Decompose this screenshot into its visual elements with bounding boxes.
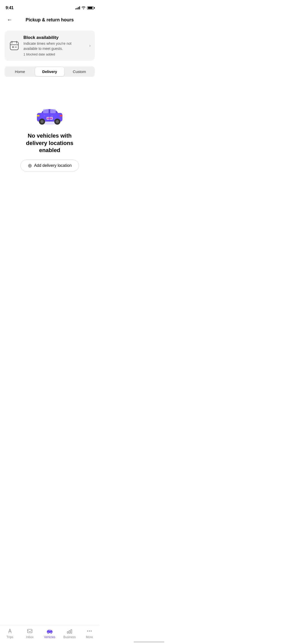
status-time: 9:41	[6, 6, 13, 10]
svg-rect-15	[37, 115, 39, 116]
block-card-title: Block availability	[23, 35, 86, 40]
block-availability-card[interactable]: Block availability Indicate times when y…	[5, 31, 95, 61]
back-arrow-icon: ←	[7, 17, 12, 23]
tab-delivery[interactable]: Delivery	[35, 67, 64, 76]
svg-rect-0	[10, 42, 18, 50]
page-title: Pickup & return hours	[25, 17, 74, 23]
wifi-icon	[82, 6, 86, 10]
svg-point-14	[56, 120, 59, 123]
empty-state-title: No vehicles with delivery locations enab…	[17, 132, 83, 154]
tab-home[interactable]: Home	[5, 67, 35, 76]
tab-custom[interactable]: Custom	[65, 67, 94, 76]
page-header: ← Pickup & return hours	[0, 12, 99, 28]
block-card-chevron-icon: ›	[89, 43, 91, 48]
status-bar: 9:41	[0, 0, 99, 12]
svg-rect-16	[60, 115, 62, 116]
car-illustration	[34, 100, 65, 125]
svg-rect-9	[43, 109, 49, 113]
svg-rect-20	[51, 115, 53, 116]
signal-icon	[75, 6, 80, 9]
block-availability-icon	[9, 40, 20, 51]
add-delivery-location-label: Add delivery location	[34, 163, 72, 168]
block-card-content: Block availability Indicate times when y…	[23, 35, 86, 56]
plus-circle-icon: ⊕	[28, 163, 32, 168]
svg-point-12	[40, 120, 44, 123]
segment-control: Home Delivery Custom	[5, 66, 95, 77]
status-icons	[75, 6, 94, 10]
battery-icon	[87, 6, 94, 10]
svg-rect-10	[50, 109, 56, 113]
block-card-description: Indicate times when you're not available…	[23, 41, 86, 51]
svg-rect-21	[44, 115, 46, 116]
back-button[interactable]: ←	[5, 15, 14, 24]
empty-state: No vehicles with delivery locations enab…	[0, 84, 99, 182]
block-card-status: 1 blocked date added	[23, 52, 86, 56]
add-delivery-location-button[interactable]: ⊕ Add delivery location	[20, 160, 79, 171]
